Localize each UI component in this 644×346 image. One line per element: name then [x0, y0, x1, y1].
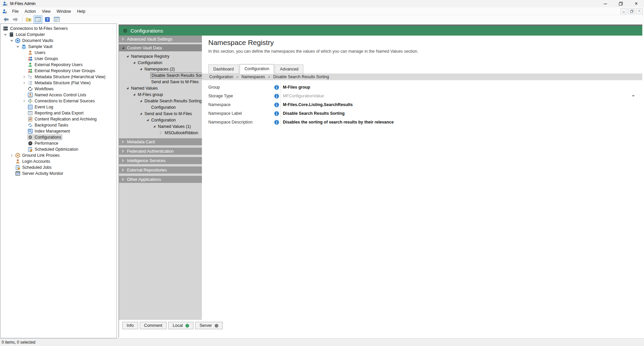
back-arrow-icon[interactable]	[2, 15, 10, 23]
config-tree-item-disable-search-results-sorting[interactable]: Disable Search Results Sorting	[119, 98, 202, 104]
breadcrumb-item[interactable]: Disable Search Results Sorting	[273, 75, 329, 79]
forward-arrow-icon[interactable]	[11, 15, 20, 23]
menu-action[interactable]: Action	[22, 8, 39, 15]
tree-item-login-accounts[interactable]: Login Accounts	[1, 158, 117, 164]
menu-help[interactable]: Help	[74, 8, 88, 15]
tree-item-users[interactable]: Users	[1, 50, 117, 56]
triangle-expanded-icon[interactable]	[125, 86, 130, 91]
config-tree-item-configuration[interactable]: Configuration	[119, 117, 202, 123]
chevron-right-icon[interactable]	[21, 80, 27, 86]
tree-item-metadata-structure-hierarchical-view-[interactable]: Metadata Structure (Hierarchical View)	[1, 74, 117, 80]
export-folder-icon[interactable]	[24, 15, 33, 23]
field-row-storage-type[interactable]: Storage TypeMFConfigurationValue	[208, 92, 642, 100]
chevron-right-icon[interactable]	[9, 152, 15, 158]
section-intelligence-services[interactable]: Intelligence Services	[119, 157, 202, 164]
breadcrumb-item[interactable]: Configuration	[209, 75, 233, 79]
tree-item-reporting-and-data-export[interactable]: Reporting and Data Export	[1, 110, 117, 116]
tree-item-workflows[interactable]: Workflows	[1, 86, 117, 92]
tree-item-external-repository-users[interactable]: External Repository Users	[1, 62, 117, 68]
tree-item-external-repository-user-groups[interactable]: External Repository User Groups	[1, 68, 117, 74]
tree-item-server-activity-monitor[interactable]: Server Activity Monitor	[1, 170, 117, 177]
minimize-button[interactable]	[598, 0, 613, 7]
menu-window[interactable]: Window	[54, 8, 74, 15]
menu-file[interactable]: File	[9, 8, 22, 15]
tree-item-connections-to-external-sources[interactable]: Connections to External Sources	[1, 98, 117, 104]
tab-dashboard[interactable]: Dashboard	[208, 64, 239, 74]
tab-configuration[interactable]: Configuration	[240, 64, 274, 74]
tree-item-scheduled-optimization[interactable]: Scheduled Optimization	[1, 146, 117, 152]
info-icon[interactable]	[274, 102, 279, 107]
config-tree-item-namespace-registry[interactable]: Namespace Registry	[119, 53, 202, 59]
tree-item-performance[interactable]: Performance	[1, 140, 117, 146]
field-row-namespace-label[interactable]: Namespace LabelDisable Search Results So…	[208, 109, 642, 118]
field-value[interactable]: MFConfigurationValue	[283, 94, 324, 98]
menu-view[interactable]: View	[39, 8, 54, 15]
triangle-expanded-icon[interactable]	[152, 124, 157, 129]
chevron-down-icon[interactable]	[15, 44, 21, 50]
bottom-tab-server[interactable]: Server	[195, 322, 223, 329]
triangle-collapsed-icon[interactable]	[159, 130, 164, 135]
triangle-expanded-icon[interactable]	[138, 66, 143, 71]
tree-item-connections-to-m-files-servers[interactable]: Connections to M-Files Servers	[1, 26, 117, 32]
tree-item-scheduled-jobs[interactable]: Scheduled Jobs	[1, 164, 117, 170]
chevron-right-icon[interactable]	[21, 98, 27, 104]
config-tree-item-namespaces-2-[interactable]: Namespaces (2)	[119, 66, 202, 72]
mdi-close-button[interactable]: ×	[636, 8, 643, 14]
config-tree-item-named-values-1-[interactable]: Named Values (1)	[119, 123, 202, 130]
tree-item-background-tasks[interactable]: Background Tasks	[1, 122, 117, 128]
breadcrumb-item[interactable]: Namespaces	[242, 75, 265, 79]
tree-item-document-vaults[interactable]: Document Vaults	[1, 38, 117, 44]
tree-item-local-computer[interactable]: Local Computer	[1, 32, 117, 38]
chevron-down-icon[interactable]	[2, 32, 8, 38]
close-button[interactable]: ×	[629, 0, 644, 7]
field-row-group[interactable]: GroupM-Files group	[208, 83, 642, 92]
chevron-down-icon[interactable]	[9, 38, 15, 44]
dropdown-arrow-icon[interactable]	[632, 95, 635, 97]
section-metadata-card[interactable]: Metadata Card	[119, 138, 202, 145]
section-advanced-vault-settings[interactable]: Advanced Vault Settings	[119, 36, 202, 43]
config-tree-item-configuration[interactable]: Configuration	[119, 104, 202, 110]
info-icon[interactable]	[274, 120, 279, 125]
bottom-tab-local[interactable]: Local	[168, 322, 194, 329]
tree-item-content-replication-and-archiving[interactable]: Content Replication and Archiving	[1, 116, 117, 122]
tree-item-index-management[interactable]: Index Management	[1, 128, 117, 134]
triangle-expanded-icon[interactable]	[132, 60, 137, 65]
config-tree-item-send-and-save-to-m-files[interactable]: Send and Save to M-Files	[119, 79, 202, 85]
restore-button[interactable]	[613, 0, 629, 7]
properties-window-icon[interactable]	[52, 15, 61, 23]
config-tree-item-m-files-group[interactable]: M-Files group	[119, 91, 202, 98]
tree-item-named-access-control-lists[interactable]: Named Access Control Lists	[1, 92, 117, 98]
mdi-restore-button[interactable]	[628, 8, 635, 14]
triangle-expanded-icon[interactable]	[138, 98, 143, 103]
tree-item-sample-vault[interactable]: Sample Vault	[1, 44, 117, 50]
tree-item-user-groups[interactable]: User Groups	[1, 56, 117, 62]
info-icon[interactable]	[274, 85, 279, 90]
section-federated-authentication[interactable]: Federated Authentication	[119, 148, 202, 155]
config-tree-item-configuration[interactable]: Configuration	[119, 59, 202, 66]
console-tree-icon[interactable]	[34, 15, 42, 23]
config-tree-item-msoutlookribbon[interactable]: MSOutlookRibbon	[119, 130, 202, 136]
bottom-tab-info[interactable]: Info	[122, 322, 138, 329]
triangle-expanded-icon[interactable]	[145, 117, 150, 122]
chevron-right-icon[interactable]	[21, 74, 27, 80]
triangle-expanded-icon[interactable]	[138, 111, 143, 116]
tree-item-configurations[interactable]: ⚙Configurations	[1, 134, 117, 140]
config-tree-item-named-values[interactable]: Named Values	[119, 85, 202, 91]
tab-advanced[interactable]: Advanced	[275, 64, 303, 74]
bottom-tab-comment[interactable]: Comment	[140, 322, 167, 329]
tree-item-metadata-structure-flat-view-[interactable]: Metadata Structure (Flat View)	[1, 80, 117, 86]
config-tree-item-send-and-save-to-m-files[interactable]: Send and Save to M-Files	[119, 110, 202, 117]
triangle-expanded-icon[interactable]	[132, 92, 137, 97]
tree-item-event-log[interactable]: Event Log	[1, 104, 117, 110]
section-external-repositories[interactable]: External Repositories	[119, 166, 202, 174]
field-row-namespace[interactable]: NamespaceM-Files.Core.Listing.SearchResu…	[208, 100, 642, 109]
config-tree-item-disable-search-results-sorting[interactable]: Disable Search Results Sorting	[119, 72, 202, 79]
help-icon[interactable]: ?	[43, 15, 52, 23]
section-other-applications[interactable]: Other Applications	[119, 176, 202, 183]
info-icon[interactable]	[274, 111, 279, 116]
section-custom-vault-data[interactable]: Custom Vault Data	[119, 44, 202, 51]
field-value[interactable]: Disable Search Results Sorting	[283, 111, 345, 116]
field-value[interactable]: M-Files group	[283, 85, 310, 90]
field-row-namespace-description[interactable]: Namespace DescriptionDisables the sortin…	[208, 118, 642, 127]
triangle-expanded-icon[interactable]	[125, 54, 130, 59]
